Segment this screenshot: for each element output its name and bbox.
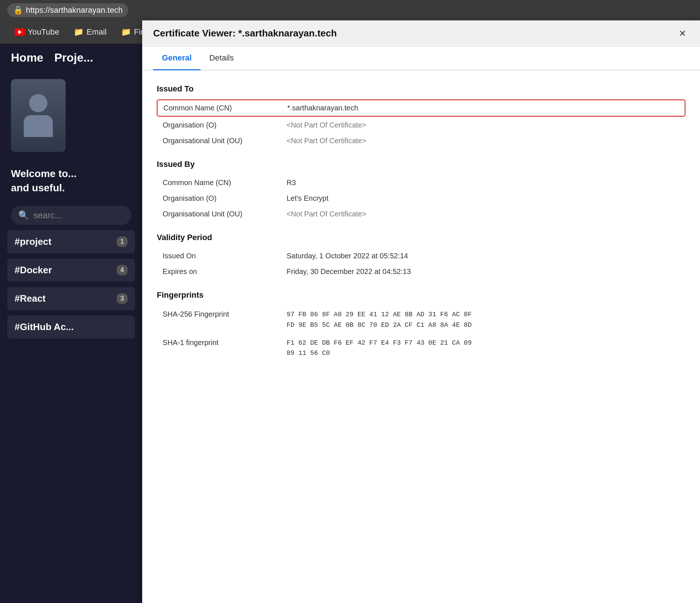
bookmark-youtube-label: YouTube <box>28 27 59 37</box>
fingerprint-value-sha256: 97 FB 86 8F A0 29 EE 41 12 AE 8B AD 31 F… <box>287 309 680 330</box>
cert-row-cn-by: Common Name (CN) R3 <box>157 175 685 191</box>
cert-value-cn-to: *.sarthaknarayan.tech <box>287 104 679 112</box>
fingerprint-label-sha1: SHA-1 fingerprint <box>163 338 287 347</box>
cert-value-org-to: <Not Part Of Certificate> <box>287 121 680 129</box>
bookmark-email-label: Email <box>86 27 106 37</box>
certificate-dialog: Certificate Viewer: *.sarthaknarayan.tec… <box>142 20 700 603</box>
channel-name-github: #GitHub Ac... <box>15 321 74 333</box>
close-button[interactable]: ✕ <box>676 27 689 40</box>
person-body <box>24 115 53 137</box>
cert-row-ou-to: Organisational Unit (OU) <Not Part Of Ce… <box>157 133 685 149</box>
cert-value-issued-on: Saturday, 1 October 2022 at 05:52:14 <box>287 252 680 260</box>
bg-channel-react: #React 3 <box>7 287 135 310</box>
folder-icon-finances: 📁 <box>121 27 131 37</box>
fingerprints-table: SHA-256 Fingerprint 97 FB 86 8F A0 29 EE… <box>157 306 685 362</box>
cert-value-ou-to: <Not Part Of Certificate> <box>287 137 680 145</box>
avatar-silhouette <box>11 79 66 152</box>
fingerprint-row-sha256: SHA-256 Fingerprint 97 FB 86 8F A0 29 EE… <box>157 306 685 334</box>
channel-count-react: 3 <box>117 293 128 304</box>
cert-label-expires-on: Expires on <box>163 267 287 276</box>
cert-row-expires-on: Expires on Friday, 30 December 2022 at 0… <box>157 264 685 279</box>
bookmark-youtube[interactable]: YouTube <box>7 24 66 40</box>
lock-icon: 🔒 <box>13 5 23 15</box>
cert-label-cn-to: Common Name (CN) <box>163 104 287 112</box>
fingerprint-row-sha1: SHA-1 fingerprint F1 62 DE DB F6 EF 42 F… <box>157 334 685 363</box>
fingerprint-label-sha256: SHA-256 Fingerprint <box>163 309 287 318</box>
cert-row-ou-by: Organisational Unit (OU) <Not Part Of Ce… <box>157 206 685 222</box>
bg-nav-home: Home <box>11 51 43 64</box>
cert-label-org-to: Organisation (O) <box>163 121 287 129</box>
cert-label-issued-on: Issued On <box>163 252 287 260</box>
dialog-content: Issued To Common Name (CN) *.sarthaknara… <box>142 70 700 603</box>
bg-search-bar: 🔍 searc... <box>11 206 131 225</box>
background-page: Home Proje... Welcome to...and useful. 🔍… <box>0 44 142 603</box>
cert-label-ou-to: Organisational Unit (OU) <box>163 137 287 145</box>
cert-value-ou-by: <Not Part Of Certificate> <box>287 210 680 218</box>
fingerprints-heading: Fingerprints <box>157 290 685 300</box>
cert-value-expires-on: Friday, 30 December 2022 at 04:52:13 <box>287 267 680 276</box>
channel-name-react: #React <box>15 293 46 304</box>
bg-avatar <box>11 79 66 152</box>
search-icon: 🔍 <box>18 210 29 220</box>
channel-name-docker: #Docker <box>15 265 52 276</box>
person-shape <box>24 94 53 137</box>
cert-value-cn-by: R3 <box>287 179 680 187</box>
issued-to-table: Common Name (CN) *.sarthaknarayan.tech O… <box>157 99 685 149</box>
address-text: https://sarthaknarayan.tech <box>26 5 122 15</box>
search-text: searc... <box>34 210 62 220</box>
channel-count-docker: 4 <box>117 265 128 275</box>
issued-to-heading: Issued To <box>157 84 685 94</box>
issued-by-table: Common Name (CN) R3 Organisation (O) Let… <box>157 175 685 222</box>
validity-table: Issued On Saturday, 1 October 2022 at 05… <box>157 248 685 279</box>
cert-label-ou-by: Organisational Unit (OU) <box>163 210 287 218</box>
tab-general-label: General <box>162 53 192 62</box>
bg-nav-projects: Proje... <box>54 51 93 64</box>
lock-icon-wrapper[interactable]: 🔒 https://sarthaknarayan.tech <box>7 3 128 17</box>
dialog-title: Certificate Viewer: *.sarthaknarayan.tec… <box>153 28 337 39</box>
dialog-header: Certificate Viewer: *.sarthaknarayan.tec… <box>142 20 700 47</box>
bg-channel-docker: #Docker 4 <box>7 259 135 282</box>
cert-row-org-to: Organisation (O) <Not Part Of Certificat… <box>157 117 685 133</box>
youtube-icon <box>15 28 25 36</box>
cert-label-org-by: Organisation (O) <box>163 194 287 203</box>
bg-welcome-text: Welcome to...and useful. <box>0 159 142 202</box>
cert-row-org-by: Organisation (O) Let's Encrypt <box>157 191 685 206</box>
channel-name-project: #project <box>15 236 51 247</box>
folder-icon-email: 📁 <box>74 27 83 37</box>
tab-details[interactable]: Details <box>201 47 242 70</box>
bg-avatar-section <box>0 72 142 159</box>
tab-general[interactable]: General <box>153 47 201 70</box>
tab-details-label: Details <box>209 53 234 62</box>
bookmark-email[interactable]: 📁 Email <box>66 24 114 40</box>
address-bar-row: 🔒 https://sarthaknarayan.tech <box>0 0 700 20</box>
dialog-tabs: General Details <box>142 47 700 70</box>
bg-channel-project: #project 1 <box>7 230 135 253</box>
person-head <box>29 94 47 112</box>
cert-row-issued-on: Issued On Saturday, 1 October 2022 at 05… <box>157 248 685 264</box>
bg-channel-github: #GitHub Ac... <box>7 316 135 338</box>
bg-nav: Home Proje... <box>0 44 142 72</box>
youtube-play-icon <box>18 30 22 34</box>
cert-label-cn-by: Common Name (CN) <box>163 179 287 187</box>
cert-row-cn-to: Common Name (CN) *.sarthaknarayan.tech <box>157 99 685 117</box>
cert-value-org-by: Let's Encrypt <box>287 194 680 203</box>
issued-by-heading: Issued By <box>157 160 685 169</box>
fingerprint-value-sha1: F1 62 DE DB F6 EF 42 F7 E4 F3 F7 43 0E 2… <box>287 338 680 359</box>
validity-heading: Validity Period <box>157 233 685 242</box>
channel-count-project: 1 <box>117 236 128 247</box>
